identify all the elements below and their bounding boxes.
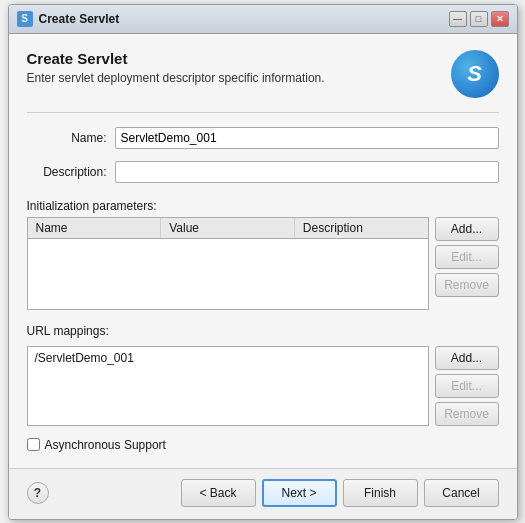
init-params-label: Initialization parameters: (27, 199, 499, 213)
description-input[interactable] (115, 161, 499, 183)
url-buttons: Add... Edit... Remove (435, 346, 499, 426)
dialog-header: Create Servlet Enter servlet deployment … (27, 50, 499, 98)
back-button[interactable]: < Back (181, 479, 256, 507)
next-button[interactable]: Next > (262, 479, 337, 507)
params-remove-button[interactable]: Remove (435, 273, 499, 297)
col-value: Value (161, 218, 295, 238)
window-icon: S (17, 11, 33, 27)
table-body (28, 239, 428, 309)
close-button[interactable]: ✕ (491, 11, 509, 27)
minimize-button[interactable]: — (449, 11, 467, 27)
url-mappings-label: URL mappings: (27, 324, 499, 338)
params-table: Name Value Description (27, 217, 429, 310)
col-name: Name (28, 218, 162, 238)
col-description: Description (295, 218, 428, 238)
servlet-icon: S (451, 50, 499, 98)
url-list: /ServletDemo_001 (27, 346, 429, 426)
description-row: Description: (27, 161, 499, 183)
cancel-button[interactable]: Cancel (424, 479, 499, 507)
window-title: Create Servlet (39, 12, 120, 26)
url-add-button[interactable]: Add... (435, 346, 499, 370)
header-divider (27, 112, 499, 113)
async-support-row: Asynchronous Support (27, 438, 499, 452)
description-label: Description: (27, 165, 107, 179)
maximize-button[interactable]: □ (470, 11, 488, 27)
table-header: Name Value Description (28, 218, 428, 239)
url-edit-button[interactable]: Edit... (435, 374, 499, 398)
title-bar: S Create Servlet — □ ✕ (9, 5, 517, 34)
params-edit-button[interactable]: Edit... (435, 245, 499, 269)
async-support-label: Asynchronous Support (45, 438, 166, 452)
name-input[interactable] (115, 127, 499, 149)
dialog-content: Create Servlet Enter servlet deployment … (9, 34, 517, 468)
window-controls: — □ ✕ (449, 11, 509, 27)
create-servlet-dialog: S Create Servlet — □ ✕ Create Servlet En… (8, 4, 518, 520)
finish-button[interactable]: Finish (343, 479, 418, 507)
dialog-footer: ? < Back Next > Finish Cancel (9, 468, 517, 519)
url-mappings-section: URL mappings: /ServletDemo_001 Add... Ed… (27, 320, 499, 426)
async-support-checkbox[interactable] (27, 438, 40, 451)
help-button[interactable]: ? (27, 482, 49, 504)
dialog-description: Enter servlet deployment descriptor spec… (27, 71, 325, 85)
name-label: Name: (27, 131, 107, 145)
name-row: Name: (27, 127, 499, 149)
init-params-section: Initialization parameters: Name Value De… (27, 195, 499, 310)
params-add-button[interactable]: Add... (435, 217, 499, 241)
url-remove-button[interactable]: Remove (435, 402, 499, 426)
url-list-item[interactable]: /ServletDemo_001 (30, 349, 426, 367)
dialog-title: Create Servlet (27, 50, 325, 67)
params-buttons: Add... Edit... Remove (435, 217, 499, 310)
